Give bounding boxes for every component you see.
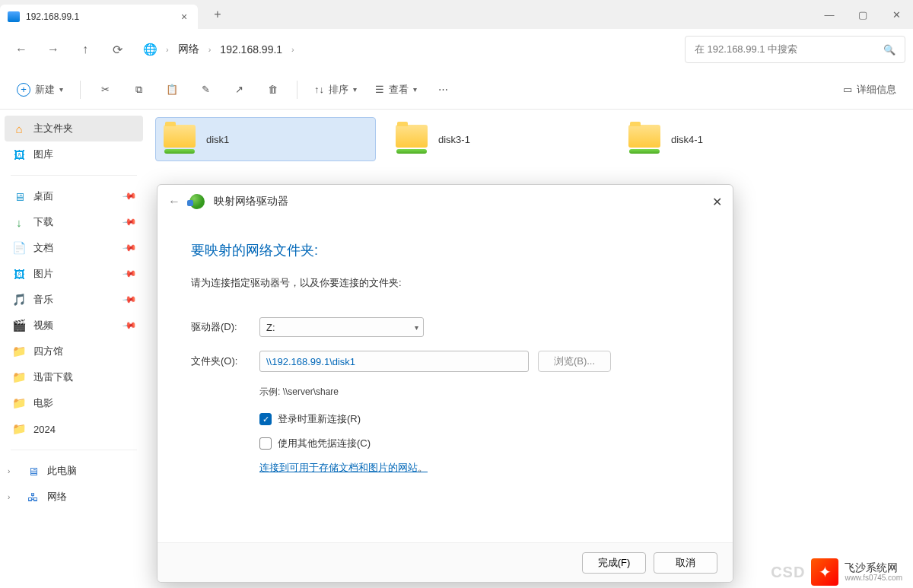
sidebar-item-label: 电影: [33, 396, 53, 410]
sidebar-item-gallery[interactable]: 🖼图库: [5, 141, 143, 167]
finish-button[interactable]: 完成(F): [582, 552, 646, 574]
up-button[interactable]: ↑: [72, 36, 99, 63]
sort-button[interactable]: ↑↓ 排序 ▾: [308, 77, 363, 103]
network-folder[interactable]: disk1: [155, 117, 376, 161]
gallery-icon: 🖼: [12, 148, 26, 161]
network-icon: 🖧: [26, 490, 40, 504]
sidebar-item-folder[interactable]: 📁电影: [5, 390, 143, 416]
breadcrumb-host[interactable]: 192.168.99.1: [220, 43, 282, 56]
window-controls: — ▢ ✕: [813, 2, 913, 27]
share-button[interactable]: ↗: [225, 77, 253, 103]
maximize-button[interactable]: ▢: [846, 2, 880, 27]
network-folder[interactable]: disk3-1: [388, 117, 609, 161]
site-name: 飞沙系统网: [845, 561, 902, 574]
search-icon: 🔍: [883, 44, 896, 56]
delete-button[interactable]: 🗑: [259, 77, 286, 103]
dialog-subtitle: 请为连接指定驱动器号，以及你要连接的文件夹:: [191, 276, 699, 290]
folder-icon: 📁: [12, 422, 26, 436]
pin-icon: 📌: [122, 215, 137, 230]
checkbox-checked-icon[interactable]: ✓: [259, 413, 272, 425]
sidebar-item-label: 迅雷下载: [33, 370, 73, 384]
network-folder-icon: [628, 125, 660, 154]
reconnect-checkbox-row[interactable]: ✓ 登录时重新连接(R): [259, 412, 699, 426]
sidebar-item-documents[interactable]: 📄文档📌: [5, 235, 143, 261]
chevron-down-icon: ▾: [59, 85, 63, 94]
more-button[interactable]: ⋯: [429, 77, 456, 103]
chevron-down-icon: ▾: [353, 85, 357, 94]
paste-button[interactable]: 📋: [158, 77, 186, 103]
folder-icon: 📁: [12, 396, 26, 410]
new-button[interactable]: + 新建 ▾: [11, 77, 69, 103]
sidebar-item-folder[interactable]: 📁四方馆: [5, 338, 143, 364]
view-icon: ☰: [375, 84, 384, 95]
chevron-right-icon[interactable]: ›: [8, 467, 18, 475]
sidebar-item-label: 图片: [33, 267, 53, 281]
cancel-button[interactable]: 取消: [654, 552, 717, 574]
sidebar-item-label: 四方馆: [33, 345, 63, 358]
new-tab-button[interactable]: +: [207, 4, 228, 25]
copy-button[interactable]: ⧉: [125, 77, 152, 103]
sidebar-item-videos[interactable]: 🎬视频📌: [5, 313, 143, 338]
checkbox-unchecked-icon[interactable]: [259, 437, 272, 450]
drive-value: Z:: [266, 322, 275, 333]
view-button[interactable]: ☰ 查看 ▾: [369, 77, 423, 103]
drive-select[interactable]: Z: ▾: [259, 317, 424, 337]
folder-input[interactable]: \\192.168.99.1\disk1: [259, 351, 529, 372]
back-button[interactable]: ←: [8, 36, 35, 63]
navbar: ← → ↑ ⟳ 🌐 › 网络 › 192.168.99.1 › 在 192.16…: [0, 29, 913, 70]
network-folder-icon: [396, 125, 428, 154]
sidebar-item-downloads[interactable]: ↓下载📌: [5, 209, 143, 235]
network-folder[interactable]: disk4-1: [621, 117, 841, 161]
folder-value: \\192.168.99.1\disk1: [266, 356, 355, 367]
sort-label: 排序: [329, 83, 348, 97]
sidebar-item-desktop[interactable]: 🖥桌面📌: [5, 183, 143, 209]
tab-close-icon[interactable]: ×: [178, 11, 190, 23]
sidebar-item-folder[interactable]: 📁2024: [5, 416, 143, 442]
close-button[interactable]: ✕: [880, 2, 913, 27]
titlebar: 192.168.99.1 × + — ▢ ✕: [0, 0, 913, 29]
folder-label: disk1: [206, 134, 229, 145]
cut-button[interactable]: ✂: [91, 77, 119, 103]
search-placeholder: 在 192.168.99.1 中搜索: [695, 43, 797, 56]
back-button[interactable]: ←: [168, 195, 180, 208]
tab-active[interactable]: 192.168.99.1 ×: [0, 5, 198, 29]
minimize-button[interactable]: —: [813, 2, 846, 27]
video-icon: 🎬: [12, 319, 26, 332]
details-button[interactable]: ▭ 详细信息: [837, 77, 902, 103]
breadcrumb-network[interactable]: 网络: [178, 43, 199, 56]
clipboard-icon: 📋: [166, 84, 178, 95]
folder-icon: 📁: [12, 370, 26, 384]
address-bar[interactable]: 🌐 › 网络 › 192.168.99.1 ›: [135, 36, 680, 63]
browse-button[interactable]: 浏览(B)...: [538, 351, 611, 372]
website-link[interactable]: 连接到可用于存储文档和图片的网站。: [259, 461, 699, 475]
search-input[interactable]: 在 192.168.99.1 中搜索 🔍: [685, 36, 905, 63]
csdn-watermark: CSD: [771, 564, 805, 581]
forward-button[interactable]: →: [40, 36, 67, 63]
sidebar-item-folder[interactable]: 📁迅雷下载: [5, 364, 143, 390]
separator: [80, 81, 81, 99]
drive-row: 驱动器(D): Z: ▾: [191, 317, 699, 337]
chevron-right-icon: ›: [208, 45, 212, 54]
sidebar-item-home[interactable]: ⌂主文件夹: [5, 116, 143, 141]
close-button[interactable]: ✕: [712, 195, 722, 209]
folder-label: disk3-1: [438, 134, 470, 145]
refresh-button[interactable]: ⟳: [103, 36, 131, 63]
home-icon: ⌂: [12, 122, 26, 135]
site-url: www.fs0745.com: [845, 574, 902, 583]
rename-icon: ✎: [202, 84, 210, 95]
ellipsis-icon: ⋯: [438, 84, 448, 95]
sidebar-item-pictures[interactable]: 🖼图片📌: [5, 261, 143, 287]
sidebar-item-label: 桌面: [33, 189, 53, 203]
sidebar-item-network[interactable]: ›🖧网络: [5, 484, 143, 510]
sidebar-item-label: 2024: [33, 424, 56, 435]
chevron-right-icon[interactable]: ›: [8, 493, 18, 501]
pin-icon: 📌: [122, 318, 137, 333]
sidebar-item-label: 主文件夹: [33, 122, 73, 135]
credentials-checkbox-row[interactable]: 使用其他凭据连接(C): [259, 437, 699, 450]
sidebar-item-music[interactable]: 🎵音乐📌: [5, 287, 143, 313]
sidebar-item-thispc[interactable]: ›🖥此电脑: [5, 458, 143, 484]
folder-icon: 📁: [12, 345, 26, 358]
pin-icon: 📌: [122, 189, 137, 204]
dialog-body: 要映射的网络文件夹: 请为连接指定驱动器号，以及你要连接的文件夹: 驱动器(D)…: [157, 218, 733, 482]
rename-button[interactable]: ✎: [192, 77, 219, 103]
